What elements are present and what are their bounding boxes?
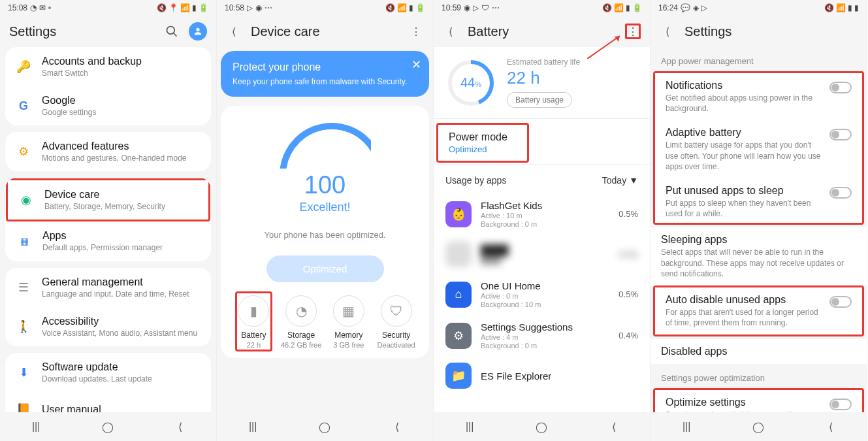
battery-ring: 44% <box>447 59 495 107</box>
home-button[interactable]: ◯ <box>750 419 766 434</box>
close-icon[interactable]: ✕ <box>411 57 421 72</box>
more-icon[interactable]: ⋮ <box>625 24 641 39</box>
toggle-switch[interactable] <box>829 129 852 140</box>
toggle-notifications[interactable]: NotificationsGet notified about apps usi… <box>655 73 862 120</box>
header: ⟨ Settings <box>651 16 867 47</box>
mute-icon: 🔇 <box>824 3 834 12</box>
memory-icon: ▦ <box>333 295 364 327</box>
svg-line-1 <box>174 33 177 37</box>
settings-item-google[interactable]: G GoogleGoogle settings <box>5 86 211 125</box>
back-button[interactable]: ⟨ <box>606 419 622 434</box>
header: Settings <box>0 16 216 47</box>
toggle-switch[interactable] <box>829 399 852 410</box>
app-row-redacted[interactable]: ████████ 0.5% <box>434 235 650 274</box>
signal-icon: ▮ <box>848 3 852 12</box>
toggle-auto-disable[interactable]: Auto disable unused appsFor apps that ar… <box>655 287 862 335</box>
toggle-optimize-settings[interactable]: Optimize settingsSave battery by optimiz… <box>655 390 862 412</box>
sliders-icon: ☰ <box>14 278 33 297</box>
section-header: Settings power optimization <box>651 364 867 388</box>
protect-banner[interactable]: Protect your phone Keep your phone safe … <box>221 51 429 97</box>
app-row[interactable]: ⚙ Settings SuggestionsActive : 4 mBackgr… <box>434 315 650 356</box>
gear-icon: ⚙ <box>14 142 33 161</box>
home-button[interactable]: ◯ <box>534 419 549 434</box>
home-button[interactable]: ◯ <box>317 419 332 434</box>
svg-point-2 <box>196 28 199 31</box>
tile-memory[interactable]: ▦ Memory 3 GB free <box>325 295 373 349</box>
optimized-message: Your phone has been optimized. <box>227 230 423 240</box>
clock: 16:24 <box>658 3 678 12</box>
care-icon: ◉ <box>17 191 35 209</box>
status-bar: 15:08 ◔ ✉ 🔇 📍 📶 ▮ 🔋 <box>0 0 216 16</box>
wifi-icon: 📶 <box>836 3 846 12</box>
power-mode-item[interactable]: Power mode Optimized <box>436 123 529 163</box>
mute-icon: 🔇 <box>385 3 395 12</box>
page-title: Settings <box>9 24 155 39</box>
score-value: 100 <box>227 171 423 199</box>
recents-button[interactable]: ||| <box>462 419 477 434</box>
manual-icon: 📙 <box>14 400 33 412</box>
toggle-adaptive[interactable]: Adaptive batteryLimit battery usage for … <box>655 120 862 178</box>
page-title: Settings <box>684 24 858 39</box>
page-title: Device care <box>251 24 399 39</box>
battery-icon: 🔋 <box>632 3 642 12</box>
settings-item-accessibility[interactable]: 🚶 AccessibilityVoice Assistant, Mono aud… <box>5 307 211 346</box>
battery-icon: ▮ <box>854 3 859 12</box>
score-arc-icon <box>280 123 371 169</box>
apps-icon: ▦ <box>15 232 33 250</box>
usage-header: Usage by apps Today ▼ <box>434 167 650 193</box>
wifi-icon: 📶 <box>180 3 190 12</box>
avatar[interactable] <box>189 22 207 41</box>
back-button[interactable]: ⟨ <box>823 419 839 434</box>
status-bar: 10:58▷◉⋯ 🔇📶▮🔋 <box>217 0 433 16</box>
dot-icon <box>48 7 51 9</box>
estimated-label: Estimated battery life <box>507 57 637 67</box>
settings-item-accounts[interactable]: 🔑 Accounts and backupSmart Switch <box>5 47 211 86</box>
header: ⟨ Battery ⋮ <box>434 16 650 47</box>
status-bar: 16:24💬◈▷ 🔇📶▮▮ <box>651 0 867 16</box>
recents-button[interactable]: ||| <box>679 419 694 434</box>
svg-point-0 <box>167 27 175 35</box>
toggle-switch[interactable] <box>829 296 852 308</box>
battery-summary: 44% Estimated battery life 22 h Battery … <box>434 47 650 118</box>
tile-battery[interactable]: ▮ Battery 22 h <box>230 295 278 349</box>
signal-icon: ▮ <box>192 3 197 12</box>
today-dropdown[interactable]: Today ▼ <box>602 175 638 186</box>
location-icon: 📍 <box>169 3 178 12</box>
settings-item-apps[interactable]: ▦ AppsDefault apps, Permission manager <box>6 221 210 261</box>
settings-item-manual[interactable]: 📙 User manual <box>5 392 211 412</box>
tile-security[interactable]: 🛡 Security Deactivated <box>372 295 420 349</box>
back-button[interactable]: ⟨ <box>389 419 405 434</box>
app-row[interactable]: ⌂ One UI HomeActive : 0 mBackground : 10… <box>434 274 650 315</box>
search-icon[interactable] <box>164 24 180 39</box>
nav-bar: ||| ◯ ⟨ <box>0 412 216 441</box>
optimize-button[interactable]: Optimized <box>266 255 384 282</box>
item-sleeping-apps[interactable]: Sleeping appsSelect apps that will never… <box>651 227 867 286</box>
app-row[interactable]: 👶 FlashGet KidsActive : 10 mBackground :… <box>434 193 650 235</box>
back-icon[interactable]: ⟨ <box>660 24 675 39</box>
toggle-switch[interactable] <box>829 82 852 93</box>
back-icon[interactable]: ⟨ <box>443 24 458 39</box>
toggle-switch[interactable] <box>829 187 852 199</box>
back-icon[interactable]: ⟨ <box>226 24 242 39</box>
clock: 15:08 <box>8 3 27 12</box>
more-icon[interactable]: ⋮ <box>408 24 424 39</box>
item-disabled-apps[interactable]: Disabled apps <box>651 339 867 364</box>
status-icon: ◔ <box>30 3 37 12</box>
recents-button[interactable]: ||| <box>28 419 44 434</box>
battery-usage-button[interactable]: Battery usage <box>507 92 572 108</box>
nav-bar: ||| ◯ ⟨ <box>434 412 650 441</box>
home-button[interactable]: ◯ <box>100 419 116 434</box>
settings-item-advanced[interactable]: ⚙ Advanced featuresMotions and gestures,… <box>5 132 211 171</box>
app-row[interactable]: 📁 ES File Explorer <box>434 356 650 389</box>
settings-item-update[interactable]: ⬇ Software updateDownload updates, Last … <box>5 353 211 392</box>
key-icon: 🔑 <box>14 57 33 76</box>
recents-button[interactable]: ||| <box>245 419 261 434</box>
settings-item-device-care[interactable]: ◉ Device careBattery, Storage, Memory, S… <box>6 178 210 221</box>
back-button[interactable]: ⟨ <box>172 419 188 434</box>
toggle-sleep[interactable]: Put unused apps to sleepPut apps to slee… <box>655 178 862 223</box>
tile-storage[interactable]: ◔ Storage 46.2 GB free <box>278 295 325 349</box>
wifi-icon: 📶 <box>614 3 624 12</box>
settings-item-general[interactable]: ☰ General managementLanguage and input, … <box>5 268 211 307</box>
signal-icon: ▮ <box>409 3 413 12</box>
nav-bar: ||| ◯ ⟨ <box>651 412 867 441</box>
